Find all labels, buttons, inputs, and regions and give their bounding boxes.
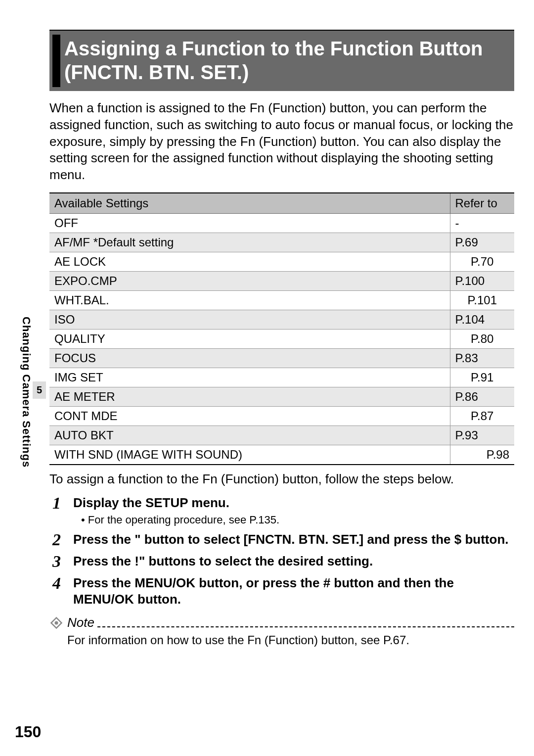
- page-number: 150: [15, 723, 41, 741]
- chapter-number-box: 5: [33, 381, 46, 399]
- setting-cell: OFF: [49, 213, 450, 233]
- step-sub: • For the operating procedure, see P.135…: [73, 514, 514, 526]
- step-title: Display the SETUP menu.: [73, 495, 514, 512]
- steps-list: 1Display the SETUP menu.• For the operat…: [49, 495, 514, 608]
- table-row: AE METERP.86: [49, 387, 514, 406]
- step-number: 4: [52, 575, 73, 592]
- table-row: AE LOCKP.70: [49, 252, 514, 271]
- step-body: Display the SETUP menu.• For the operati…: [73, 495, 514, 526]
- table-row: WITH SND (IMAGE WITH SOUND)P.98: [49, 445, 514, 465]
- setting-cell: AF/MF *Default setting: [49, 233, 450, 252]
- ref-cell: P.87: [450, 406, 514, 425]
- note-row: Note: [49, 615, 514, 630]
- ref-cell: P.91: [450, 368, 514, 387]
- step-item: 4Press the MENU/OK button, or press the …: [52, 575, 514, 609]
- setting-cell: CONT MDE: [49, 406, 450, 425]
- ref-cell: P.70: [450, 252, 514, 271]
- step-body: Press the MENU/OK button, or press the #…: [73, 575, 514, 609]
- setting-cell: WITH SND (IMAGE WITH SOUND): [49, 445, 450, 465]
- note-label: Note: [67, 615, 94, 630]
- ref-cell: P.100: [450, 271, 514, 290]
- header-refer-to: Refer to: [450, 193, 514, 214]
- side-tab: 5 Changing Camera Settings: [20, 317, 46, 468]
- chapter-number: 5: [37, 384, 42, 395]
- step-number: 2: [52, 531, 73, 548]
- ref-cell: P.93: [450, 425, 514, 445]
- table-header-row: Available Settings Refer to: [49, 193, 514, 214]
- ref-cell: P.104: [450, 310, 514, 329]
- step-number: 3: [52, 553, 73, 570]
- step-title: Press the MENU/OK button, or press the #…: [73, 575, 514, 609]
- step-item: 3Press the !" buttons to select the desi…: [52, 553, 514, 570]
- ref-cell: P.101: [450, 290, 514, 310]
- step-body: Press the !" buttons to select the desir…: [73, 553, 514, 570]
- setting-cell: EXPO.CMP: [49, 271, 450, 290]
- chapter-label: Changing Camera Settings: [20, 317, 33, 468]
- setting-cell: AE METER: [49, 387, 450, 406]
- page-content: Assigning a Function to the Function But…: [49, 30, 514, 647]
- table-row: EXPO.CMPP.100: [49, 271, 514, 290]
- step-title: Press the !" buttons to select the desir…: [73, 553, 514, 570]
- setting-cell: QUALITY: [49, 329, 450, 348]
- header-available-settings: Available Settings: [49, 193, 450, 214]
- note-dashes: [97, 626, 514, 627]
- table-row: FOCUSP.83: [49, 348, 514, 368]
- table-row: CONT MDEP.87: [49, 406, 514, 425]
- ref-cell: -: [450, 213, 514, 233]
- step-item: 2Press the " button to select [FNCTN. BT…: [52, 531, 514, 548]
- step-number: 1: [52, 495, 73, 512]
- setting-cell: WHT.BAL.: [49, 290, 450, 310]
- setting-cell: AUTO BKT: [49, 425, 450, 445]
- table-row: IMG SETP.91: [49, 368, 514, 387]
- table-row: AUTO BKTP.93: [49, 425, 514, 445]
- step-title: Press the " button to select [FNCTN. BTN…: [73, 531, 514, 548]
- note-text: For information on how to use the Fn (Fu…: [67, 633, 514, 647]
- ref-cell: P.80: [450, 329, 514, 348]
- step-body: Press the " button to select [FNCTN. BTN…: [73, 531, 514, 548]
- followup-paragraph: To assign a function to the Fn (Function…: [49, 471, 514, 488]
- section-title: Assigning a Function to the Function But…: [64, 37, 505, 84]
- setting-cell: FOCUS: [49, 348, 450, 368]
- section-title-block: Assigning a Function to the Function But…: [49, 30, 514, 91]
- ref-cell: P.98: [450, 445, 514, 465]
- setting-cell: ISO: [49, 310, 450, 329]
- note-icon: [49, 616, 63, 630]
- setting-cell: AE LOCK: [49, 252, 450, 271]
- ref-cell: P.69: [450, 233, 514, 252]
- table-row: QUALITYP.80: [49, 329, 514, 348]
- settings-table: Available Settings Refer to OFF-AF/MF *D…: [49, 192, 514, 465]
- table-row: ISOP.104: [49, 310, 514, 329]
- setting-cell: IMG SET: [49, 368, 450, 387]
- ref-cell: P.83: [450, 348, 514, 368]
- table-row: WHT.BAL.P.101: [49, 290, 514, 310]
- table-row: OFF-: [49, 213, 514, 233]
- intro-paragraph: When a function is assigned to the Fn (F…: [49, 100, 514, 184]
- step-item: 1Display the SETUP menu.• For the operat…: [52, 495, 514, 526]
- svg-point-0: [55, 621, 58, 624]
- table-row: AF/MF *Default settingP.69: [49, 233, 514, 252]
- ref-cell: P.86: [450, 387, 514, 406]
